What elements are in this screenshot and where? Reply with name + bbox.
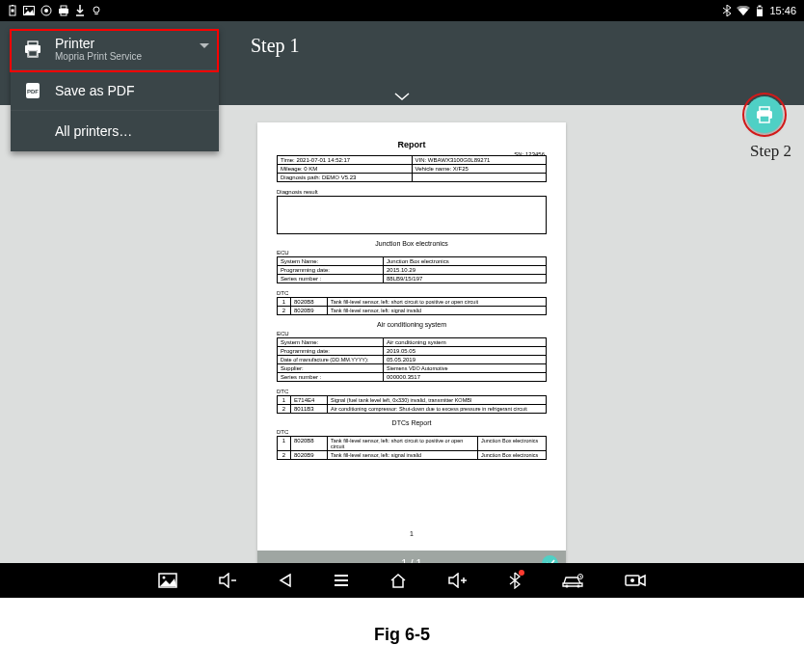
dtcr-e: Junction Box electronics	[478, 437, 546, 450]
dropdown-printer-subtitle: Mopria Print Service	[55, 51, 142, 62]
ac-ser-v: 000000.3517	[384, 373, 546, 381]
svg-rect-12	[758, 8, 763, 10]
download-status-icon	[75, 5, 85, 16]
dtc-label-2: DTC	[277, 388, 547, 395]
dtc-n: 2	[278, 307, 291, 314]
nav-menu-button[interactable]	[334, 574, 349, 587]
step-1-label: Step 1	[251, 35, 300, 57]
figure-caption: Fig 6-5	[0, 598, 804, 664]
section-ac: Air conditioning system	[277, 321, 547, 328]
dtc-d: Air conditioning compressor: Shut-down d…	[328, 405, 546, 413]
nav-screenshot-button[interactable]	[158, 573, 177, 588]
notification-dot-icon	[519, 570, 524, 576]
section-jbe: Junction Box electronics	[277, 240, 547, 247]
dtc-c: E714E4	[291, 396, 328, 404]
nav-back-button[interactable]	[278, 573, 293, 588]
nav-bluetooth-button[interactable]	[509, 572, 521, 589]
svg-rect-20	[760, 107, 769, 111]
ac-dom-v: 05.05.2019	[384, 356, 546, 363]
device-screenshot: 15:46 Step 1 er Printer Mopria Print Ser…	[0, 0, 804, 598]
svg-rect-11	[759, 6, 762, 8]
svg-point-25	[566, 585, 569, 588]
info-diag-path: Diagnosis path: DEMO V5.23	[278, 174, 413, 181]
info-time: Time: 2021-07-01 14:52:17	[278, 156, 413, 164]
pdf-icon: PDF	[22, 80, 43, 101]
print-fab-button[interactable]	[746, 96, 783, 133]
nav-volume-up-button[interactable]	[447, 573, 469, 588]
ecu-prog-v: 2015.10.29	[384, 266, 546, 274]
dropdown-printer-title: Printer	[55, 36, 142, 51]
diag-result-box	[277, 196, 547, 234]
svg-point-24	[163, 577, 166, 579]
dtc-label-3: DTC	[277, 428, 547, 436]
step-2-label: Step 2	[750, 142, 791, 161]
ecu-label-1: ECU	[277, 249, 547, 256]
info-vin: VIN: WBAWX3100G0L89271	[413, 156, 547, 164]
dtc-n: 2	[278, 405, 291, 413]
svg-point-4	[26, 8, 28, 10]
dropdown-item-save-pdf[interactable]: PDF Save as PDF	[11, 70, 219, 111]
chevron-down-icon	[393, 92, 411, 101]
nav-record-button[interactable]	[625, 574, 646, 587]
dropdown-item-all-printers[interactable]: All printers…	[11, 111, 219, 151]
dtc-n: 1	[278, 396, 291, 404]
ac-prog-v: 2019.05.05	[384, 347, 546, 355]
print-status-icon	[58, 5, 69, 16]
svg-rect-7	[61, 6, 67, 9]
ecu-prog-k: Programming date:	[278, 266, 384, 274]
svg-rect-13	[28, 41, 38, 45]
system-nav-bar	[0, 563, 804, 598]
dtcr-n: 2	[278, 451, 291, 459]
dtc-d: Tank fill-level sensor, left: signal inv…	[328, 307, 546, 314]
target-status-icon	[40, 5, 52, 16]
dtc-c: 8011B3	[291, 405, 328, 413]
nav-home-button[interactable]	[389, 573, 407, 588]
report-page-content: Report SN: 123456 Time: 2021-07-01 14:52…	[257, 122, 566, 576]
print-preview-page[interactable]: Report SN: 123456 Time: 2021-07-01 14:52…	[257, 122, 566, 576]
ecu-label-2: ECU	[277, 330, 547, 337]
ecu-ser-k: Series number :	[278, 275, 384, 282]
svg-rect-2	[12, 10, 14, 13]
dtcr-d: Tank fill-level sensor, left: signal inv…	[328, 451, 478, 459]
ac-prog-k: Programming date:	[278, 347, 384, 355]
dtcr-d: Tank fill-level sensor, left: short circ…	[328, 437, 478, 450]
wifi-status-icon	[737, 6, 750, 15]
ecu-ser-v: 88LB9/15/197	[384, 275, 546, 282]
dropdown-caret-icon	[200, 36, 209, 53]
ecu-sys-v: Junction Box electronics	[384, 257, 546, 265]
dtc-c: 8020B8	[291, 298, 328, 306]
nav-vehicle-button[interactable]	[561, 573, 584, 588]
battery-status-icon	[756, 5, 764, 16]
print-icon	[755, 106, 774, 123]
dtc-label-1: DTC	[277, 289, 547, 297]
dtcr-n: 1	[278, 437, 291, 450]
info-empty	[413, 174, 547, 181]
svg-rect-22	[760, 116, 769, 122]
page-number: 1	[257, 530, 566, 537]
battery-portrait-icon	[8, 5, 17, 16]
ac-ser-k: Series number :	[278, 373, 384, 381]
dtcr-e: Junction Box electronics	[478, 451, 546, 459]
report-title: Report	[277, 140, 547, 149]
dtc-d: Tank fill-level sensor, left: short circ…	[328, 298, 546, 306]
svg-point-6	[44, 9, 48, 13]
ac-sys-k: System Name:	[278, 338, 384, 346]
dtcr-c: 8020B8	[291, 437, 328, 450]
dropdown-item-printer[interactable]: Printer Mopria Print Service	[11, 28, 219, 70]
link-status-icon	[91, 5, 102, 16]
printer-dropdown-menu: Printer Mopria Print Service PDF Save as…	[11, 28, 219, 151]
ac-sup-k: Supplier:	[278, 364, 384, 372]
nav-volume-down-button[interactable]	[218, 573, 237, 588]
svg-point-29	[630, 578, 634, 582]
dtc-d: Signal (fuel tank level left, 0x330) inv…	[328, 396, 546, 404]
report-sn: SN: 123456	[514, 151, 545, 157]
info-vehicle: Vehicle name: X/F25	[413, 165, 547, 173]
ac-dom-k: Date of manufacture (DD.MM.YYYY):	[278, 356, 384, 363]
svg-point-26	[577, 585, 580, 588]
dtc-n: 1	[278, 298, 291, 306]
dtc-c: 8020B9	[291, 307, 328, 314]
info-mileage: Mileage: 0 KM	[278, 165, 413, 173]
printer-icon	[22, 39, 43, 60]
image-status-icon	[23, 6, 35, 15]
bluetooth-status-icon	[723, 5, 731, 16]
